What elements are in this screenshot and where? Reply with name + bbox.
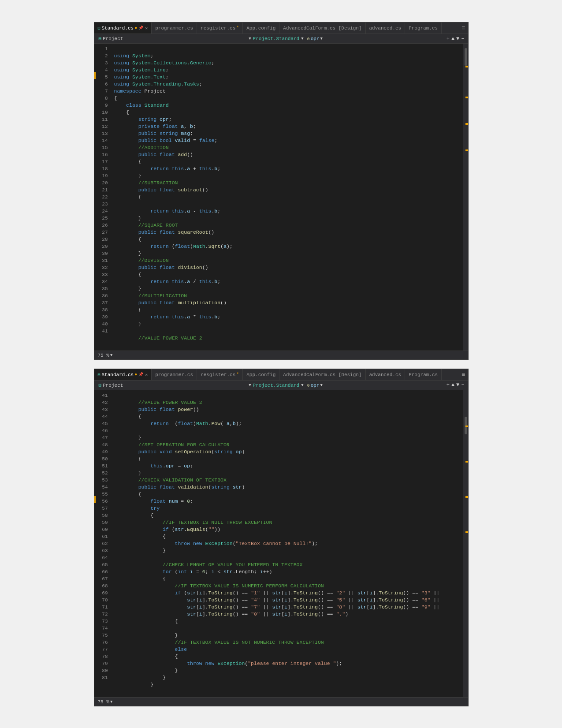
pin-icon-2: 📌: [138, 372, 143, 377]
tab-overflow-1[interactable]: ≡: [462, 25, 468, 32]
status-bottom-1: 75 % ▼: [94, 351, 468, 359]
tab-cs-icon-1: ⊞: [98, 26, 100, 31]
btn-down-1[interactable]: ▼: [456, 36, 459, 42]
tab-bar-2: ⊞ Standard.cs ● 📌 ✕ programmer.cs resgis…: [94, 369, 468, 381]
toolbar-dropdown-1: ▼ Project.Standard ▼ ⊙ opr ▼: [249, 36, 323, 41]
line-numbers-1: 12345 678910 1112131415 1617181920 21222…: [96, 44, 112, 351]
btn-down-2[interactable]: ▼: [456, 382, 459, 388]
pin-icon-1: 📌: [138, 26, 143, 30]
tab-resgister-1[interactable]: resgister.cs *: [197, 22, 243, 34]
tab-appconfig-2[interactable]: App.config: [243, 369, 279, 381]
tab-label-resgister: resgister.cs: [201, 26, 235, 31]
scrollbar-2[interactable]: [463, 390, 468, 697]
marker-6: [465, 461, 468, 463]
ide-window-1: ⊞ Standard.cs ● 📌 ✕ programmer.cs resgis…: [94, 22, 469, 360]
tab-label-appconfig: App.config: [246, 26, 275, 31]
tab-close-1[interactable]: ✕: [145, 26, 148, 31]
tab-resgister-2[interactable]: resgister.cs *: [197, 369, 243, 381]
project-icon-1: ⊞: [99, 36, 102, 41]
opr-label-1: opr: [311, 36, 320, 41]
dropdown-arrow-4[interactable]: ▼: [249, 383, 251, 388]
zoom-text-2: 75 %: [98, 699, 109, 705]
tab-modified-2: ●: [134, 372, 137, 377]
tab-label-advancedcalform-2: AdvancedCalForm.cs [Design]: [283, 372, 361, 377]
tab-standard-cs-1[interactable]: ⊞ Standard.cs ● 📌 ✕: [94, 22, 152, 34]
project-label-1: Project: [103, 36, 123, 41]
tab-cs-icon-2: ⊞: [98, 372, 100, 377]
toolbar-dropdown-2: ▼ Project.Standard ▼ ⊙ opr ▼: [249, 383, 323, 388]
btn-up-1[interactable]: ▲: [451, 36, 454, 42]
btn-up-2[interactable]: ▲: [451, 382, 454, 388]
code-content-1[interactable]: using System; using System.Collections.G…: [112, 44, 463, 351]
toolbar-1: ⊞ Project ▼ Project.Standard ▼ ⊙ opr ▼ +…: [94, 34, 468, 44]
tab-label-advanced: advanced.cs: [369, 26, 402, 31]
editor-window-1: ⊞ Standard.cs ● 📌 ✕ programmer.cs resgis…: [13, 22, 549, 360]
status-bottom-2: 75 % ▼: [94, 697, 468, 706]
project-icon-2: ⊞: [99, 382, 102, 388]
zoom-text-1: 75 %: [98, 353, 109, 358]
tab-appconfig-1[interactable]: App.config: [243, 22, 279, 34]
tab-overflow-2[interactable]: ≡: [462, 371, 468, 378]
zoom-arrow-2[interactable]: ▼: [110, 700, 112, 704]
tab-label-programmer-2: programmer.cs: [155, 372, 193, 377]
line-numbers-2: 4142434445 4647484950 5152535455 5657585…: [96, 390, 112, 697]
code-content-2[interactable]: //VALUE POWER VALUE 2 public float power…: [112, 390, 463, 697]
tab-advancedcalform-2[interactable]: AdvancedCalForm.cs [Design]: [279, 369, 365, 381]
scrollbar-1[interactable]: [463, 44, 468, 351]
project-standard-label-1: Project.Standard: [253, 36, 300, 41]
tab-program-2[interactable]: Program.cs: [405, 369, 442, 381]
zoom-arrow-1[interactable]: ▼: [110, 353, 112, 358]
gutter-2: [94, 390, 96, 697]
scrollbar-thumb-1[interactable]: [465, 48, 467, 66]
tab-label-appconfig-2: App.config: [246, 372, 275, 377]
toolbar-project-1[interactable]: ⊞ Project: [97, 36, 125, 41]
tab-advanced-2[interactable]: advanced.cs: [366, 369, 406, 381]
tab-advancedcalform-1[interactable]: AdvancedCalForm.cs [Design]: [279, 22, 365, 34]
tab-modified-resgister-1: *: [236, 26, 239, 30]
side-buttons-right-2: + ▲ ▼ –: [447, 382, 465, 389]
tab-modified-1: ●: [134, 26, 137, 30]
tab-label-program-2: Program.cs: [409, 372, 438, 377]
code-area-1: 12345 678910 1112131415 1617181920 21222…: [94, 44, 468, 351]
tab-close-2[interactable]: ✕: [145, 372, 148, 377]
tab-advanced-1[interactable]: advanced.cs: [366, 22, 406, 34]
ide-window-2: ⊞ Standard.cs ● 📌 ✕ programmer.cs resgis…: [94, 369, 469, 706]
gutter-1: [94, 44, 96, 351]
toolbar-2: ⊞ Project ▼ Project.Standard ▼ ⊙ opr ▼ +…: [94, 381, 468, 390]
side-buttons-right-1: + ▲ ▼ –: [447, 35, 465, 43]
zoom-area-1: 75 % ▼: [98, 353, 113, 358]
marker-1: [465, 66, 468, 67]
marker-8: [465, 531, 468, 533]
tab-label-program: Program.cs: [409, 26, 438, 31]
btn-dash-1[interactable]: –: [461, 36, 464, 42]
toolbar-project-2[interactable]: ⊞ Project: [97, 382, 125, 388]
zoom-area-2: 75 % ▼: [98, 699, 113, 705]
opr-icon-2: ⊙: [307, 383, 310, 388]
tab-bar-1: ⊞ Standard.cs ● 📌 ✕ programmer.cs resgis…: [94, 22, 468, 34]
marker-2: [465, 97, 468, 98]
dropdown-arrow-1[interactable]: ▼: [249, 37, 251, 41]
tab-programmer-2[interactable]: programmer.cs: [152, 369, 197, 381]
tab-label-standard: Standard.cs: [102, 26, 134, 31]
marker-4: [465, 149, 468, 151]
dropdown-arrow-3[interactable]: ▼: [320, 37, 322, 41]
tab-label-advancedcalform: AdvancedCalForm.cs [Design]: [283, 26, 361, 31]
btn-dash-2[interactable]: –: [461, 382, 464, 388]
tab-label-standard-2: Standard.cs: [102, 372, 134, 377]
dropdown-arrow-6[interactable]: ▼: [320, 383, 322, 388]
tab-programmer-1[interactable]: programmer.cs: [152, 22, 197, 34]
tab-label-advanced-2: advanced.cs: [369, 372, 402, 377]
marker-7: [465, 496, 468, 498]
dropdown-arrow-2[interactable]: ▼: [301, 37, 303, 41]
project-standard-label-2: Project.Standard: [253, 383, 300, 388]
tab-label-programmer: programmer.cs: [155, 26, 193, 31]
dropdown-arrow-5[interactable]: ▼: [301, 383, 303, 388]
btn-plus-2[interactable]: +: [447, 382, 450, 388]
marker-3: [465, 123, 468, 125]
tab-program-1[interactable]: Program.cs: [405, 22, 442, 34]
marker-5: [465, 426, 468, 427]
opr-label-2: opr: [311, 383, 320, 388]
btn-plus-1[interactable]: +: [447, 36, 450, 42]
tab-standard-cs-2[interactable]: ⊞ Standard.cs ● 📌 ✕: [94, 369, 152, 381]
tab-label-resgister-2: resgister.cs: [201, 372, 235, 377]
